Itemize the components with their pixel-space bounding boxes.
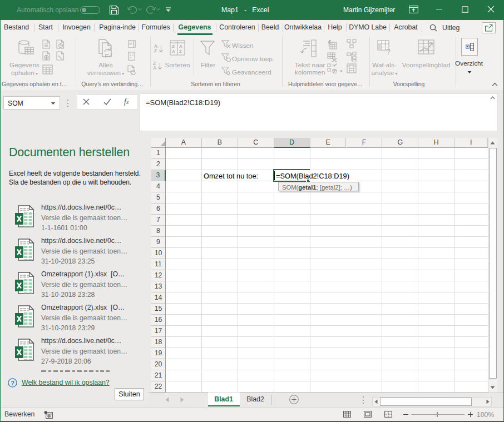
- svg-text:?: ?: [11, 380, 14, 386]
- svg-text:Z: Z: [172, 44, 175, 49]
- svg-text:?: ?: [386, 47, 391, 56]
- svg-text:Z: Z: [179, 49, 182, 54]
- svg-text:A: A: [172, 49, 175, 54]
- svg-text:A: A: [179, 44, 182, 49]
